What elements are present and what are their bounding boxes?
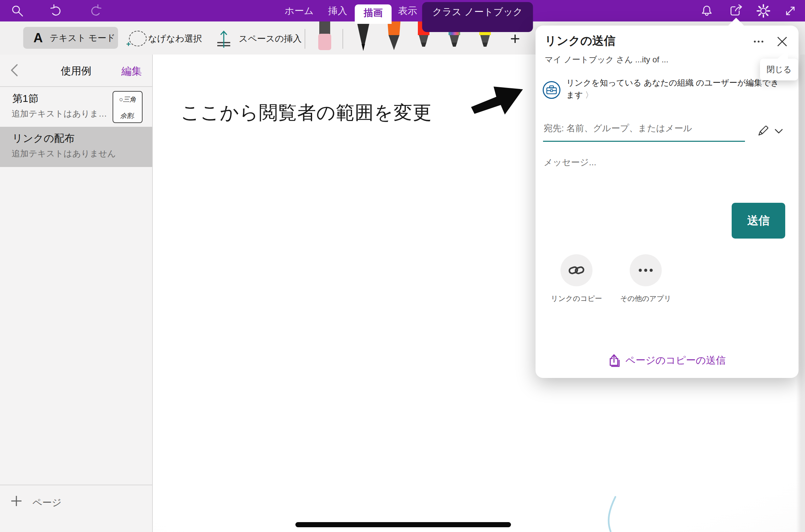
upload-share-icon xyxy=(608,354,621,367)
page-subtitle: 追加テキストはありま… xyxy=(12,108,107,119)
toolbar-divider xyxy=(342,29,343,49)
more-apps-label: その他のアプリ xyxy=(620,294,671,303)
more-options-button[interactable] xyxy=(750,34,767,49)
fullscreen-expand-icon[interactable] xyxy=(783,4,797,18)
plus-icon xyxy=(10,495,23,507)
page-list-item-selected[interactable]: リンクの配布 追加テキストはありません xyxy=(0,127,152,167)
top-navigation-bar: ホーム 挿入 描画 表示 クラス ノートブック xyxy=(0,0,805,21)
copy-link-label: リンクのコピー xyxy=(551,294,602,303)
blue-ink-stroke xyxy=(602,496,626,532)
dialog-title: リンクの送信 xyxy=(545,33,615,49)
search-icon[interactable] xyxy=(10,4,25,18)
insert-space-label[interactable]: スペースの挿入 xyxy=(239,33,302,45)
lasso-select-icon[interactable] xyxy=(129,31,147,46)
page-title: 第1節 xyxy=(12,92,39,106)
text-mode-a-icon: A xyxy=(33,31,43,45)
edit-button[interactable]: 編集 xyxy=(119,64,144,79)
page-title: リンクの配布 xyxy=(12,132,75,146)
toolbar-divider xyxy=(305,29,305,49)
thumbnail-handwriting: ○三角 xyxy=(113,95,142,104)
tab-draw[interactable]: 描画 xyxy=(355,4,392,24)
page-thumbnail: ○三角 佘割. xyxy=(113,91,143,123)
tab-insert[interactable]: 挿入 xyxy=(328,0,347,21)
link-permission-setting[interactable]: リンクを知っている あなたの組織 のユーザーが編集できます〉 xyxy=(566,77,779,101)
tab-view[interactable]: 表示 xyxy=(398,0,417,21)
settings-gear-icon[interactable] xyxy=(756,4,771,18)
share-icon[interactable] xyxy=(729,4,744,18)
notifications-bell-icon[interactable] xyxy=(700,4,714,18)
lasso-select-label[interactable]: なげなわ選択 xyxy=(148,33,202,45)
home-indicator-bar xyxy=(295,522,511,527)
close-x-icon xyxy=(776,36,788,47)
ellipsis-icon xyxy=(637,268,655,273)
black-pen-tool[interactable] xyxy=(356,21,371,51)
copy-link-button[interactable] xyxy=(560,254,592,286)
text-mode-label: テキスト モード xyxy=(49,32,115,44)
recipient-input[interactable] xyxy=(543,123,746,134)
eraser-tool[interactable] xyxy=(317,21,332,51)
canvas-note-text: ここから閲覧者の範囲を変更 xyxy=(181,100,432,125)
close-button[interactable] xyxy=(774,34,790,49)
more-apps-button[interactable] xyxy=(630,254,662,286)
page-list-sidebar: 使用例 編集 第1節 追加テキストはありま… ○三角 佘割. リンクの配布 追加… xyxy=(0,55,153,532)
undo-icon[interactable] xyxy=(49,4,64,18)
lasso-plus-mark: + xyxy=(126,40,131,49)
tooltip-pointer xyxy=(778,50,788,59)
tooltip-label: 閉じる xyxy=(766,64,791,75)
add-page-button[interactable]: ページ xyxy=(0,485,152,532)
page-list-item[interactable]: 第1節 追加テキストはありま… ○三角 佘割. xyxy=(0,87,152,127)
thumbnail-handwriting: 佘割. xyxy=(113,111,142,120)
send-page-copy-link[interactable]: ページのコピーの送信 xyxy=(536,351,799,370)
message-input[interactable] xyxy=(543,157,783,168)
notebook-name-subtitle: マイ ノートブック さん ...ity of ... xyxy=(545,54,668,65)
text-mode-button[interactable]: A テキスト モード xyxy=(23,27,118,49)
annotation-arrow xyxy=(469,82,527,118)
send-link-dialog: リンクの送信 マイ ノートブック さん ...ity of ... リンクを知っ xyxy=(536,26,799,378)
ellipsis-icon xyxy=(752,39,765,44)
onenote-app-window: ホーム 挿入 描画 表示 クラス ノートブック A テキスト モード + xyxy=(0,0,805,532)
chevron-down-icon[interactable] xyxy=(771,126,783,136)
insert-space-icon[interactable] xyxy=(216,29,231,49)
edit-pencil-icon[interactable] xyxy=(753,123,768,138)
send-button[interactable]: 送信 xyxy=(732,203,785,239)
tab-class-notebook[interactable]: クラス ノートブック xyxy=(422,2,533,32)
close-tooltip: 閉じる xyxy=(760,59,798,80)
orange-pen-tool[interactable] xyxy=(386,21,401,51)
recipient-underline xyxy=(543,141,745,142)
page-subtitle: 追加テキストはありません xyxy=(12,148,116,159)
add-page-label: ページ xyxy=(32,496,61,509)
redo-icon xyxy=(88,4,102,18)
briefcase-icon[interactable] xyxy=(543,81,560,99)
tab-home[interactable]: ホーム xyxy=(284,0,313,21)
chevron-right-icon: 〉 xyxy=(583,90,593,100)
dialog-callout-arrow xyxy=(728,18,744,26)
send-page-copy-label: ページのコピーの送信 xyxy=(625,354,726,367)
link-chain-icon xyxy=(568,262,585,278)
